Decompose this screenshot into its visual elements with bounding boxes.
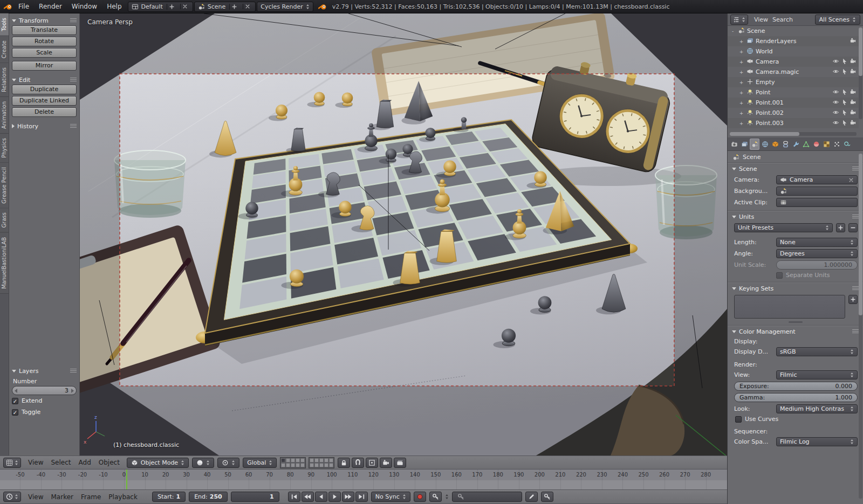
layer-toggle[interactable] bbox=[319, 458, 324, 462]
outliner-hscrollbar[interactable] bbox=[730, 132, 857, 136]
camera-restrict-icon[interactable] bbox=[850, 109, 857, 118]
magnet-icon[interactable] bbox=[352, 458, 364, 468]
start-frame-field[interactable]: Start: 1 bbox=[152, 492, 186, 502]
mode-selector[interactable]: Object Mode bbox=[127, 458, 189, 468]
layer-toggle[interactable] bbox=[329, 458, 333, 462]
outliner-item-empty[interactable]: +Empty bbox=[728, 77, 859, 87]
properties-tab-physics[interactable] bbox=[842, 139, 852, 150]
active-clip-selector[interactable] bbox=[776, 198, 858, 207]
keying-set-icon[interactable] bbox=[429, 492, 442, 502]
display-mode-selector[interactable]: All Scenes bbox=[815, 15, 860, 25]
panel-header-scene[interactable]: Scene bbox=[728, 163, 863, 174]
current-frame-field[interactable]: 1 bbox=[231, 492, 279, 502]
render-anim-icon[interactable] bbox=[394, 458, 406, 468]
shelf-tab-grease-pencil[interactable]: Grease Pencil bbox=[0, 163, 9, 209]
properties-tab-particles[interactable] bbox=[832, 139, 841, 150]
view-transform-selector[interactable]: Filmic bbox=[776, 370, 858, 379]
cursor-icon[interactable] bbox=[841, 58, 848, 66]
layer-toggle[interactable] bbox=[286, 458, 290, 462]
viewport-menu-select[interactable]: Select bbox=[47, 458, 74, 467]
outliner-item-point-001[interactable]: +Point.001 bbox=[728, 98, 859, 108]
layer-toggle[interactable] bbox=[324, 463, 328, 467]
cursor-icon[interactable] bbox=[841, 119, 848, 128]
expander-icon[interactable]: + bbox=[738, 39, 744, 44]
sync-selector[interactable]: No Sync bbox=[371, 492, 410, 502]
angle-selector[interactable]: Degrees bbox=[776, 249, 858, 258]
duplicate-button[interactable]: Duplicate bbox=[12, 85, 77, 94]
properties-tab-render-layers[interactable] bbox=[739, 139, 749, 150]
eye-icon[interactable] bbox=[832, 68, 839, 77]
outliner-vscrollbar[interactable] bbox=[859, 27, 862, 119]
camera-restrict-icon[interactable] bbox=[850, 119, 857, 128]
eye-icon[interactable] bbox=[832, 58, 839, 66]
editor-type-button[interactable] bbox=[730, 15, 748, 25]
delete-button[interactable]: Delete bbox=[12, 107, 77, 117]
layer-toggle[interactable] bbox=[300, 463, 305, 467]
next-keyframe-button[interactable] bbox=[342, 492, 354, 502]
layer-toggle[interactable] bbox=[310, 458, 314, 462]
cursor-icon[interactable] bbox=[841, 68, 848, 77]
outliner-item-renderlayers[interactable]: +RenderLayers bbox=[728, 36, 859, 46]
exposure-slider[interactable]: Exposure: 0.000 bbox=[734, 382, 858, 391]
layer-toggle[interactable] bbox=[291, 458, 295, 462]
cursor-icon[interactable] bbox=[841, 109, 848, 118]
camera-restrict-icon[interactable] bbox=[850, 88, 857, 97]
viewport-menu-object[interactable]: Object bbox=[95, 458, 124, 467]
outliner-item-point[interactable]: +Point bbox=[728, 87, 859, 98]
cursor-icon[interactable] bbox=[841, 88, 848, 97]
menu-file[interactable]: File bbox=[13, 2, 34, 11]
3d-viewport-canvas[interactable]: zx bbox=[80, 13, 727, 455]
timeline-menu-view[interactable]: View bbox=[24, 492, 47, 502]
panel-header-history[interactable]: History bbox=[12, 121, 77, 131]
panel-header-color-management[interactable]: Color Management bbox=[728, 326, 863, 337]
screen-layout-selector[interactable]: Default bbox=[128, 2, 193, 12]
rotate-button[interactable]: Rotate bbox=[12, 37, 77, 46]
panel-grip-icon[interactable] bbox=[70, 18, 77, 23]
background-scene-selector[interactable] bbox=[776, 187, 858, 196]
keying-sets-list[interactable] bbox=[734, 295, 845, 319]
menu-render[interactable]: Render bbox=[34, 2, 67, 11]
length-selector[interactable]: None bbox=[776, 238, 858, 247]
expander-icon[interactable]: + bbox=[738, 49, 744, 54]
layer-toggles[interactable] bbox=[280, 457, 334, 468]
timeline-ruler[interactable]: -50-40-30-20-100102030405060708090100110… bbox=[0, 470, 727, 489]
panel-grip-icon[interactable] bbox=[852, 286, 859, 291]
panel-grip-icon[interactable] bbox=[70, 78, 77, 82]
camera-restrict-icon[interactable] bbox=[850, 58, 857, 66]
outliner-menu-view[interactable]: View bbox=[752, 15, 770, 24]
expander-icon[interactable]: + bbox=[738, 111, 744, 116]
expander-icon[interactable]: + bbox=[738, 100, 744, 106]
eye-icon[interactable] bbox=[832, 119, 839, 128]
camera-restrict-icon[interactable] bbox=[850, 37, 857, 46]
panel-grip-icon[interactable] bbox=[852, 329, 859, 334]
shading-selector[interactable] bbox=[192, 458, 214, 468]
viewport-menu-add[interactable]: Add bbox=[75, 458, 95, 467]
shelf-tab-animation[interactable]: Animation bbox=[0, 97, 9, 134]
shelf-tab-manuelbastionilab[interactable]: ManuelBastioniLAB bbox=[0, 233, 9, 294]
properties-tab-object[interactable] bbox=[770, 139, 780, 150]
current-frame-line[interactable] bbox=[126, 470, 127, 489]
expander-icon[interactable]: + bbox=[738, 121, 744, 126]
camera-restrict-icon[interactable] bbox=[850, 99, 857, 107]
properties-tab-object-data[interactable] bbox=[801, 139, 811, 150]
look-selector[interactable]: Medium High Contras bbox=[776, 404, 858, 413]
panel-header-edit[interactable]: Edit bbox=[12, 75, 77, 85]
end-frame-field[interactable]: End: 250 bbox=[189, 492, 228, 502]
expander-icon[interactable]: - bbox=[730, 29, 736, 34]
camera-selector[interactable]: Camera bbox=[776, 175, 858, 184]
orientation-selector[interactable]: Global bbox=[243, 458, 277, 468]
prev-keyframe-button[interactable] bbox=[302, 492, 314, 502]
layer-toggle[interactable] bbox=[324, 458, 328, 462]
expander-icon[interactable]: + bbox=[738, 59, 744, 65]
layer-toggle[interactable] bbox=[310, 463, 314, 467]
menu-help[interactable]: Help bbox=[102, 2, 126, 11]
shelf-tab-physics[interactable]: Physics bbox=[0, 134, 9, 163]
panel-header-units[interactable]: Units bbox=[728, 211, 863, 222]
add-keying-set-button[interactable] bbox=[848, 295, 858, 304]
eye-icon[interactable] bbox=[832, 99, 839, 107]
layer-toggle[interactable] bbox=[296, 463, 300, 467]
panel-grip-icon[interactable] bbox=[852, 215, 859, 219]
panel-header-keying-sets[interactable]: Keying Sets bbox=[728, 283, 863, 294]
slider-right-arrow-icon[interactable] bbox=[71, 389, 74, 393]
layer-toggle[interactable] bbox=[281, 458, 285, 462]
